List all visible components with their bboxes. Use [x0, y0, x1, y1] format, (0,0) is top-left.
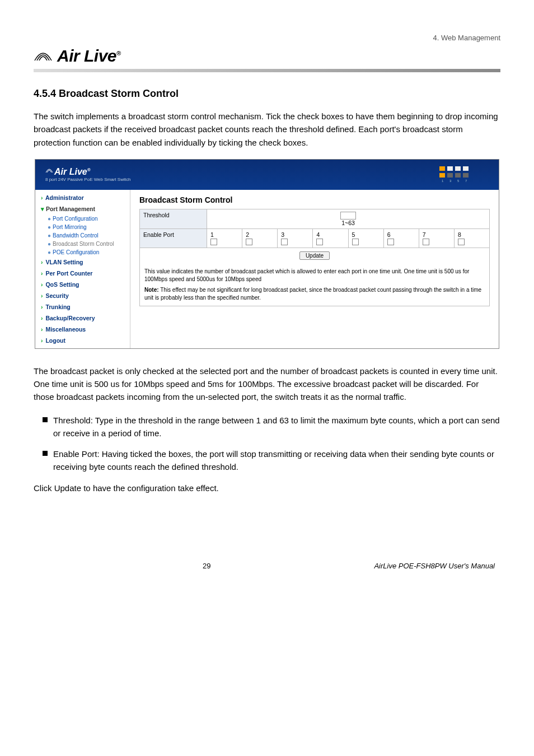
sidebar-port-mirroring[interactable]: ●Port Mirroring — [35, 223, 130, 231]
port-cell-4: 4 — [313, 228, 348, 248]
sidebar-port-configuration[interactable]: ●Port Configuration — [35, 214, 130, 223]
svg-rect-2 — [455, 166, 461, 171]
manual-title: AirLive POE-FSH8PW User's Manual — [374, 562, 495, 570]
port-checkbox-7[interactable] — [423, 239, 429, 245]
sidebar-poe-config[interactable]: ●POE Configuration — [35, 248, 130, 256]
threshold-range: 1~63 — [341, 220, 355, 226]
webui-screenshot: Air Live® 8 port 24V Passive PoE Web Sma… — [35, 159, 499, 349]
svg-rect-7 — [463, 173, 469, 178]
webui-main: Broadcast Storm Control Threshold 1~63 E… — [130, 190, 499, 348]
port-checkbox-6[interactable] — [387, 239, 394, 245]
page-footer: 29 AirLive POE-FSH8PW User's Manual — [34, 562, 500, 570]
port-cell-2: 2 — [242, 228, 278, 248]
webui-brand: Air Live® 8 port 24V Passive PoE Web Sma… — [45, 167, 130, 182]
sidebar-broadcast-storm[interactable]: ●Broadcast Storm Control — [35, 240, 130, 248]
port-cell-8: 8 — [454, 228, 489, 248]
svg-rect-4 — [439, 173, 445, 178]
port-cell-1: 1 — [207, 228, 242, 248]
section-heading: 4.5.4 Broadcast Storm Control — [34, 88, 500, 100]
panel-heading: Broadcast Storm Control — [139, 195, 490, 204]
brand-name: Air Live — [57, 46, 116, 65]
bullet-square-icon — [43, 451, 48, 456]
port-checkbox-1[interactable] — [210, 239, 217, 245]
header-divider — [34, 69, 500, 72]
svg-rect-0 — [439, 166, 445, 171]
threshold-input[interactable] — [340, 212, 356, 220]
svg-text:7: 7 — [465, 179, 467, 183]
enable-port-label: Enable Port — [140, 228, 207, 248]
sidebar-vlan[interactable]: › VLAN Setting — [35, 256, 130, 268]
webui-brand-text: Air Live — [54, 167, 87, 176]
registered-mark: ® — [116, 50, 121, 57]
chapter-label: 4. Web Management — [34, 34, 500, 42]
port-cell-6: 6 — [383, 228, 419, 248]
bullet-threshold-text: Threshold: Type in the threshold in the … — [53, 414, 500, 440]
note-paragraph-2: Note: This effect may be not significant… — [144, 286, 485, 301]
sidebar-backup[interactable]: › Backup/Recovery — [35, 312, 130, 324]
port-checkbox-3[interactable] — [281, 239, 288, 245]
wifi-icon — [34, 49, 53, 63]
sidebar-misc[interactable]: › Miscellaneous — [35, 324, 130, 335]
sidebar-qos[interactable]: › QoS Setting — [35, 279, 130, 290]
port-graphic-icon: 1 3 5 7 — [427, 165, 489, 184]
svg-text:1: 1 — [442, 179, 444, 183]
port-cell-5: 5 — [348, 228, 383, 248]
closing-paragraph: Click Update to have the configuration t… — [34, 482, 500, 494]
svg-rect-5 — [447, 173, 453, 178]
webui-sidebar: › Administrator ▾ Port Management ●Port … — [35, 190, 130, 348]
brand-logo: Air Live® — [34, 46, 500, 66]
svg-rect-1 — [447, 166, 453, 171]
port-checkbox-8[interactable] — [458, 239, 465, 245]
update-button[interactable]: Update — [299, 251, 330, 260]
bullet-threshold: Threshold: Type in the threshold in the … — [34, 414, 500, 440]
page-number: 29 — [203, 562, 210, 570]
sidebar-security[interactable]: › Security — [35, 290, 130, 301]
intro-paragraph: The switch implements a broadcast storm … — [34, 110, 500, 149]
svg-text:3: 3 — [449, 179, 452, 183]
svg-rect-3 — [463, 166, 469, 171]
threshold-label: Threshold — [140, 209, 207, 228]
bullet-square-icon — [43, 417, 48, 422]
port-checkbox-2[interactable] — [246, 239, 252, 245]
sidebar-administrator[interactable]: › Administrator — [35, 192, 130, 203]
brand-text: Air Live® — [57, 46, 121, 66]
port-cell-7: 7 — [419, 228, 454, 248]
port-cell-3: 3 — [278, 228, 313, 248]
svg-text:5: 5 — [457, 179, 460, 183]
sidebar-per-port-counter[interactable]: › Per Port Counter — [35, 268, 130, 279]
sidebar-trunking[interactable]: › Trunking — [35, 301, 130, 312]
note-paragraph-1: This value indicates the number of broad… — [144, 268, 485, 283]
webui-banner: Air Live® 8 port 24V Passive PoE Web Sma… — [35, 160, 499, 190]
webui-subtitle: 8 port 24V Passive PoE Web Smart Switch — [45, 178, 130, 182]
sidebar-bandwidth-control[interactable]: ●Bandwidth Control — [35, 231, 130, 240]
svg-rect-6 — [455, 173, 461, 178]
explain-paragraph: The broadcast packet is only checked at … — [34, 365, 500, 404]
threshold-cell: 1~63 — [207, 209, 490, 228]
sidebar-port-management[interactable]: ▾ Port Management — [35, 203, 130, 214]
broadcast-table: Threshold 1~63 Enable Port 1 2 3 4 5 6 — [139, 209, 490, 248]
port-checkbox-5[interactable] — [352, 239, 359, 245]
bullet-enable-port: Enable Port: Having ticked the boxes, th… — [34, 447, 500, 474]
bullet-enable-port-text: Enable Port: Having ticked the boxes, th… — [53, 447, 500, 474]
note-box: This value indicates the number of broad… — [139, 263, 490, 306]
sidebar-logout[interactable]: › Logout — [35, 335, 130, 346]
port-checkbox-4[interactable] — [316, 239, 323, 245]
